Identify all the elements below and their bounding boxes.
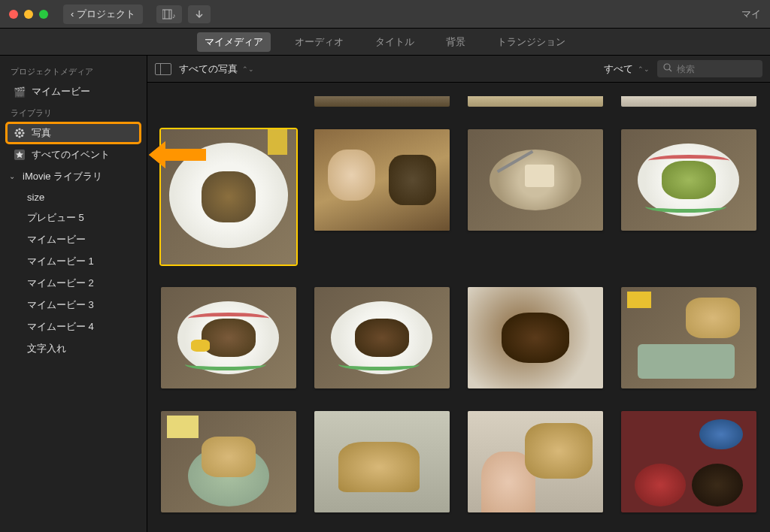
svg-point-4 (18, 131, 21, 135)
svg-line-15 (669, 69, 671, 71)
close-icon[interactable] (9, 10, 18, 19)
thumbnail[interactable] (621, 96, 756, 107)
source-dropdown[interactable]: すべての写真 ⌃⌄ (179, 62, 254, 76)
thumbnail[interactable] (314, 411, 450, 512)
svg-point-12 (21, 135, 23, 137)
svg-point-9 (16, 129, 18, 131)
photo-grid (147, 83, 770, 532)
sidebar-item-label: マイムービー 2 (27, 277, 94, 290)
search-icon (663, 63, 672, 74)
title-right-text: マイ (741, 8, 761, 21)
back-button[interactable]: ‹ プロジェクト (63, 5, 143, 24)
search-field[interactable] (657, 60, 762, 77)
tab-audio[interactable]: オーディオ (287, 32, 351, 52)
sidebar-item-child[interactable]: 文字入れ (6, 338, 141, 359)
chevron-updown-icon: ⌃⌄ (242, 65, 254, 73)
sidebar-item-all-events[interactable]: すべてのイベント (6, 144, 141, 165)
back-label: プロジェクト (77, 8, 135, 21)
tab-bar: マイメディア オーディオ タイトル 背景 トランジション (0, 29, 770, 56)
clapper-icon: 🎬 (14, 86, 26, 98)
flower-icon (14, 127, 26, 139)
svg-point-10 (21, 129, 23, 131)
svg-point-14 (664, 64, 670, 70)
thumbnail[interactable] (314, 96, 450, 107)
thumbnail[interactable] (621, 287, 756, 388)
sidebar-item-label: マイムービー (27, 233, 86, 246)
sidebar-item-label: size (27, 192, 44, 203)
tab-titles[interactable]: タイトル (368, 32, 422, 52)
thumbnail-selected[interactable] (161, 129, 296, 264)
svg-point-6 (18, 135, 20, 138)
star-icon (14, 149, 26, 161)
sidebar-section-project: プロジェクトメディア (3, 62, 144, 80)
thumbnail[interactable] (468, 287, 603, 388)
media-import-button[interactable]: ♪ (156, 5, 182, 23)
sidebar-item-label: マイムービー 4 (27, 320, 94, 334)
sidebar-item-child[interactable]: マイムービー 1 (6, 251, 141, 272)
title-bar: ‹ プロジェクト ♪ マイ (0, 0, 770, 29)
thumbnail[interactable] (621, 411, 756, 512)
scope-dropdown[interactable]: すべて ⌃⌄ (604, 62, 650, 76)
thumbnail[interactable] (161, 411, 296, 512)
thumbnail[interactable] (314, 287, 450, 388)
svg-text:♪: ♪ (172, 12, 176, 20)
thumbnail[interactable] (621, 129, 756, 231)
tab-backgrounds[interactable]: 背景 (438, 32, 473, 52)
sidebar-item-child[interactable]: マイムービー 3 (6, 295, 141, 316)
sidebar-item-label: マイムービー 3 (27, 298, 94, 312)
sidebar-item-label: 文字入れ (27, 342, 66, 355)
sidebar-item-my-movie[interactable]: 🎬 マイムービー (6, 81, 141, 102)
layout-toggle-icon[interactable] (155, 63, 171, 75)
svg-point-8 (22, 131, 24, 134)
sidebar: プロジェクトメディア 🎬 マイムービー ライブラリ 写真 すべてのイベント ⌄ … (0, 56, 147, 532)
sidebar-item-label: iMovie ライブラリ (23, 170, 102, 183)
sidebar-item-child[interactable]: size (6, 188, 141, 207)
thumbnail[interactable] (468, 411, 603, 512)
sidebar-item-child[interactable]: プレビュー 5 (6, 207, 141, 228)
sidebar-item-label: すべてのイベント (32, 148, 110, 162)
minimize-icon[interactable] (24, 10, 33, 19)
film-music-icon: ♪ (162, 9, 176, 20)
sidebar-item-child[interactable]: マイムービー 4 (6, 316, 141, 337)
chevron-updown-icon: ⌃⌄ (638, 65, 650, 73)
search-input[interactable] (677, 64, 756, 74)
download-icon (194, 9, 205, 20)
svg-point-7 (14, 131, 17, 134)
svg-rect-0 (162, 10, 171, 19)
dropdown-label: すべて (604, 62, 633, 76)
thumbnail[interactable] (161, 287, 296, 388)
sidebar-section-library: ライブラリ (3, 103, 144, 122)
sidebar-item-label: マイムービー (32, 85, 90, 98)
thumbnail[interactable] (314, 129, 450, 231)
thumbnail[interactable] (468, 129, 603, 231)
zoom-icon[interactable] (39, 10, 48, 19)
sidebar-item-photos[interactable]: 写真 (6, 122, 141, 144)
svg-point-11 (16, 135, 18, 137)
sidebar-item-child[interactable]: マイムービー 2 (6, 273, 141, 294)
svg-point-5 (18, 128, 20, 130)
thumbnail[interactable] (468, 96, 603, 107)
traffic-lights (9, 10, 48, 19)
sidebar-item-label: マイムービー 1 (27, 255, 94, 268)
sidebar-item-imovie-library[interactable]: ⌄ iMovie ライブラリ (6, 166, 141, 187)
tab-transitions[interactable]: トランジション (490, 32, 573, 52)
chevron-down-icon: ⌄ (9, 172, 17, 180)
main-pane: すべての写真 ⌃⌄ すべて ⌃⌄ (147, 56, 770, 532)
sidebar-item-label: 写真 (32, 126, 51, 140)
dropdown-label: すべての写真 (179, 62, 238, 76)
filter-bar: すべての写真 ⌃⌄ すべて ⌃⌄ (147, 56, 770, 83)
sidebar-item-child[interactable]: マイムービー (6, 229, 141, 250)
chevron-left-icon: ‹ (71, 8, 74, 20)
tab-my-media[interactable]: マイメディア (197, 32, 271, 52)
download-button[interactable] (188, 5, 211, 23)
sidebar-item-label: プレビュー 5 (27, 211, 84, 225)
